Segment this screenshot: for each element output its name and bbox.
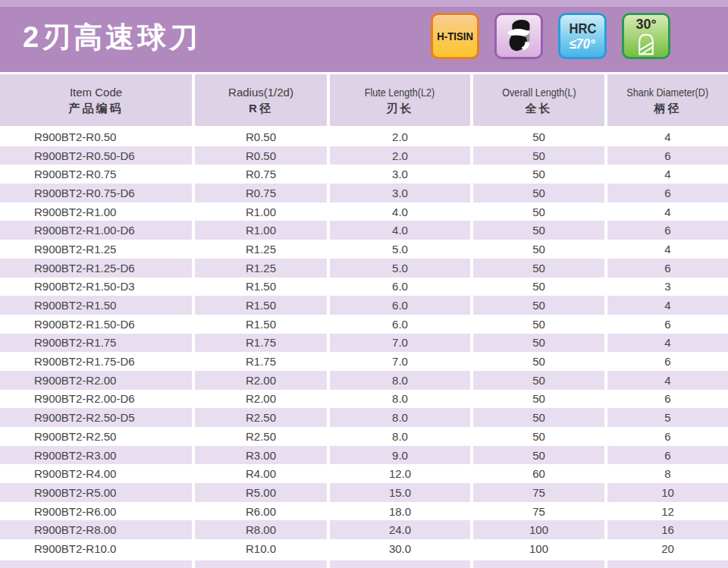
cell-overall-length: 50: [473, 146, 604, 165]
column-header-zh: 刃长: [387, 100, 414, 116]
cell-overall-length: 50: [473, 184, 604, 202]
table-row: R900BT2-R0.50R0.502.0504: [0, 127, 728, 146]
cell-radius: R1.75: [195, 352, 327, 371]
cell-overall-length: 50: [473, 165, 604, 184]
cell-item-code: R900BT2-R1.25-D6: [0, 259, 192, 278]
cell-radius: R5.00: [195, 483, 327, 502]
table-row: R900BT2-R2.50R2.508.0506: [0, 427, 728, 446]
cell-flute-length: 2.0: [330, 146, 470, 165]
cell-item-code: R900BT2-R0.50: [0, 127, 192, 146]
product-table: Item Code 产品编码 Radius(1/2d) R径 Flute Len…: [0, 74, 728, 568]
table-row: R900BT2-R1.25R1.255.0504: [0, 240, 728, 259]
cell-overall-length: 50: [473, 427, 604, 446]
cell-flute-length: [330, 560, 470, 568]
cell-radius: [195, 560, 327, 568]
table-row: R900BT2-R0.50-D6R0.502.0506: [0, 146, 728, 165]
cell-radius: R1.25: [195, 259, 327, 278]
table-row-partial: [0, 560, 728, 568]
cell-flute-length: 3.0: [330, 165, 470, 184]
cell-flute-length: 5.0: [330, 240, 470, 259]
cell-overall-length: 50: [473, 371, 604, 390]
column-header-flute-length: Flute Length(L2) 刃长: [330, 74, 470, 126]
cell-overall-length: 50: [473, 352, 604, 371]
cell-flute-length: 18.0: [330, 502, 470, 521]
column-header-en: Shank Diameter(D): [627, 84, 709, 100]
cell-shank-diameter: 4: [607, 296, 728, 315]
cell-shank-diameter: 3: [607, 278, 728, 297]
ball-nose-profile-icon: [635, 31, 657, 55]
table-row: R900BT2-R1.00-D6R1.004.0506: [0, 221, 728, 240]
cell-item-code: R900BT2-R1.25: [0, 240, 192, 259]
coating-label: H-TISIN: [437, 30, 473, 42]
cell-radius: R1.50: [195, 278, 327, 297]
cell-item-code: R900BT2-R0.75: [0, 165, 192, 184]
table-row: R900BT2-R1.25-D6R1.255.0506: [0, 259, 728, 278]
cell-item-code: [0, 560, 192, 568]
table-row: R900BT2-R6.00R6.0018.07512: [0, 502, 728, 521]
cell-flute-length: 15.0: [330, 483, 470, 502]
cell-shank-diameter: 6: [607, 259, 728, 278]
cell-shank-diameter: 4: [607, 240, 728, 259]
table-row: R900BT2-R2.00-D6R2.008.0506: [0, 390, 728, 409]
cell-overall-length: 60: [473, 464, 604, 483]
cell-radius: R2.50: [195, 408, 327, 427]
cell-shank-diameter: 6: [607, 146, 728, 165]
cell-radius: R0.50: [195, 127, 327, 146]
cell-item-code: R900BT2-R1.00-D6: [0, 221, 192, 240]
cell-flute-length: 8.0: [330, 427, 470, 446]
certification-badges: H-TISIN HRC ≤70° 30°: [431, 13, 670, 59]
cell-flute-length: 8.0: [330, 371, 470, 390]
cell-flute-length: 5.0: [330, 259, 470, 278]
hardness-badge: HRC ≤70°: [558, 13, 607, 59]
cell-radius: R8.00: [195, 520, 327, 539]
table-row: R900BT2-R2.00R2.008.0504: [0, 371, 728, 390]
cell-radius: R1.00: [195, 221, 327, 240]
table-header-row: Item Code 产品编码 Radius(1/2d) R径 Flute Len…: [0, 74, 728, 126]
cell-radius: R3.00: [195, 446, 327, 465]
cell-overall-length: 50: [473, 278, 604, 297]
column-header-en: Radius(1/2d): [228, 84, 293, 100]
table-row: R900BT2-R1.00R1.004.0504: [0, 202, 728, 221]
table-row: R900BT2-R8.00R8.0024.010016: [0, 520, 728, 539]
hardness-line1: HRC: [569, 21, 596, 36]
cell-overall-length: 100: [473, 539, 604, 558]
cell-radius: R1.75: [195, 334, 327, 353]
table-row: R900BT2-R1.75R1.757.0504: [0, 334, 728, 353]
cell-flute-length: 7.0: [330, 334, 470, 353]
cell-flute-length: 4.0: [330, 202, 470, 221]
cell-item-code: R900BT2-R10.0: [0, 539, 192, 558]
column-header-zh: 产品编码: [69, 100, 124, 116]
cell-item-code: R900BT2-R4.00: [0, 464, 192, 483]
cell-shank-diameter: 6: [607, 184, 728, 202]
column-header-zh: 全长: [526, 100, 553, 116]
cell-item-code: R900BT2-R0.75-D6: [0, 184, 192, 202]
cell-radius: R1.25: [195, 240, 327, 259]
cell-overall-length: 50: [473, 127, 604, 146]
cell-shank-diameter: 12: [607, 502, 728, 521]
cell-item-code: R900BT2-R1.75: [0, 334, 192, 353]
column-header-zh: R径: [249, 100, 273, 116]
cell-item-code: R900BT2-R1.00: [0, 202, 192, 221]
cell-flute-length: 8.0: [330, 390, 470, 409]
cell-overall-length: 50: [473, 221, 604, 240]
cell-item-code: R900BT2-R2.50: [0, 427, 192, 446]
cell-overall-length: 50: [473, 296, 604, 315]
cell-flute-length: 3.0: [330, 184, 470, 202]
cell-flute-length: 12.0: [330, 464, 470, 483]
cell-overall-length: 50: [473, 259, 604, 278]
cell-overall-length: 50: [473, 240, 604, 259]
column-header-en: Item Code: [70, 84, 122, 100]
helix-angle-badge: 30°: [622, 13, 670, 59]
cell-radius: R2.00: [195, 390, 327, 409]
cell-radius: R0.50: [195, 146, 327, 165]
cell-shank-diameter: 4: [607, 334, 728, 353]
table-row: R900BT2-R4.00R4.0012.0608: [0, 464, 728, 483]
hardness-line2: ≤70°: [570, 36, 595, 52]
page-banner: 2刃高速球刀 H-TISIN HRC ≤70° 30°: [0, 0, 728, 72]
coating-badge: H-TISIN: [431, 13, 479, 59]
cell-item-code: R900BT2-R3.00: [0, 446, 192, 465]
cell-overall-length: 50: [473, 408, 604, 427]
cell-radius: R10.0: [195, 539, 327, 558]
column-header-shank-diameter: Shank Diameter(D) 柄径: [607, 74, 728, 126]
helix-angle-label: 30°: [635, 17, 656, 31]
